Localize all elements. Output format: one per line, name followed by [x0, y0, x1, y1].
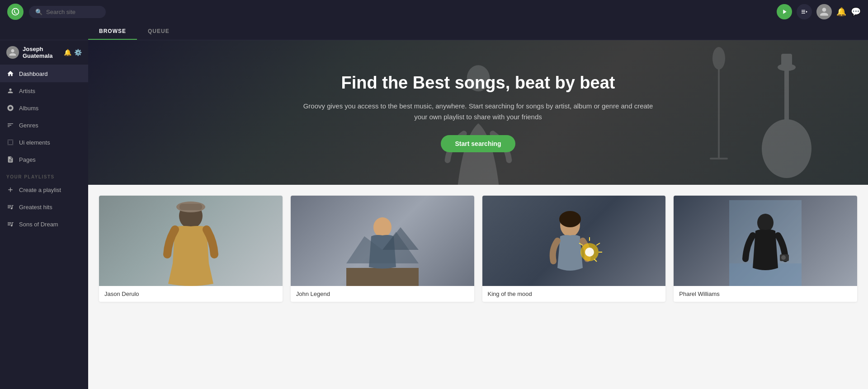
sidebar: Joseph Guatemala 🔔 ⚙️ Dashboard Artists … [0, 40, 88, 389]
sidebar-item-greatest-hits[interactable]: Greatest hits [0, 198, 88, 216]
svg-rect-4 [718, 67, 720, 158]
artist-card-label-4: Pharel Williams [674, 286, 857, 302]
hero-content: Find the Best songs, beat by beat Groovy… [293, 73, 664, 152]
main-layout: Joseph Guatemala 🔔 ⚙️ Dashboard Artists … [0, 40, 868, 389]
playlist-icon-1 [6, 203, 14, 211]
sidebar-item-create-playlist[interactable]: Create a playlist [0, 181, 88, 198]
start-searching-button[interactable]: Start searching [441, 135, 516, 152]
sidebar-label-artists: Artists [19, 88, 35, 94]
sidebar-label-sons-of-dream: Sons of Dream [19, 221, 58, 228]
sidebar-user-icons: 🔔 ⚙️ [64, 49, 82, 56]
sidebar-item-genres[interactable]: Genres [0, 117, 88, 134]
sidebar-label-greatest-hits: Greatest hits [19, 204, 52, 211]
sidebar-label-albums: Albums [19, 105, 38, 112]
app-logo[interactable] [7, 4, 24, 20]
play-button[interactable] [777, 4, 792, 19]
tab-queue[interactable]: QUEUE [137, 23, 180, 40]
artist-card-3[interactable]: King of the mood [482, 196, 666, 302]
sidebar-notif-icon[interactable]: 🔔 [64, 49, 71, 56]
sidebar-label-ui-elements: Ui elements [19, 139, 50, 146]
artist-card-1[interactable]: Jason Derulo [99, 196, 283, 302]
search-icon: 🔍 [35, 9, 42, 15]
artist-card-4[interactable]: Pharel Williams [674, 196, 857, 302]
sidebar-username: Joseph Guatemala [23, 46, 60, 59]
main-content: Find the Best songs, beat by beat Groovy… [88, 40, 868, 389]
sidebar-item-dashboard[interactable]: Dashboard [0, 65, 88, 82]
artist-card-2[interactable]: John Legend [291, 196, 474, 302]
svg-point-26 [757, 214, 774, 232]
sidebar-item-pages[interactable]: Pages [0, 151, 88, 168]
svg-point-18 [585, 248, 594, 257]
artist-grid-section: Jason Derulo John [88, 185, 868, 316]
albums-icon [6, 104, 14, 112]
sidebar-user-avatar [6, 46, 19, 59]
svg-rect-3 [781, 54, 792, 70]
artist-grid: Jason Derulo John [99, 196, 857, 302]
search-input[interactable] [46, 9, 99, 15]
hero-section: Find the Best songs, beat by beat Groovy… [88, 40, 868, 185]
svg-point-5 [712, 47, 725, 70]
sidebar-label-dashboard: Dashboard [19, 70, 48, 77]
artist-card-label-3: King of the mood [482, 286, 666, 302]
genres-icon [6, 121, 14, 129]
sidebar-item-ui-elements[interactable]: Ui elements [0, 134, 88, 151]
svg-rect-6 [710, 158, 728, 159]
nav-icons: 🔔 💬 [777, 4, 861, 19]
artist-card-label-2: John Legend [291, 286, 474, 302]
svg-rect-1 [784, 67, 789, 151]
avatar[interactable] [816, 4, 832, 19]
topnav: 🔍 🔔 💬 [0, 0, 868, 23]
sidebar-item-artists[interactable]: Artists [0, 82, 88, 99]
messages-icon[interactable]: 💬 [851, 7, 861, 17]
svg-point-28 [781, 255, 786, 260]
artist-card-img-1 [99, 196, 283, 286]
search-bar: 🔍 [29, 6, 106, 18]
artist-card-label-1: Jason Derulo [99, 286, 283, 302]
hero-title: Find the Best songs, beat by beat [302, 73, 655, 94]
svg-point-12 [373, 217, 392, 237]
svg-rect-10 [179, 204, 202, 210]
artist-card-img-2 [291, 196, 474, 286]
tab-browse[interactable]: BROWSE [88, 23, 137, 40]
sidebar-item-sons-of-dream[interactable]: Sons of Dream [0, 216, 88, 233]
svg-line-20 [596, 243, 600, 245]
queue-button[interactable] [797, 4, 812, 19]
sidebar-label-pages: Pages [19, 156, 36, 163]
sidebar-label-genres: Genres [19, 122, 38, 129]
tabbar: BROWSE QUEUE [0, 23, 868, 40]
playlists-section-title: YOUR PLAYLISTS [0, 168, 88, 181]
sidebar-user: Joseph Guatemala 🔔 ⚙️ [0, 40, 88, 65]
sidebar-label-create-playlist: Create a playlist [19, 187, 61, 193]
notifications-icon[interactable]: 🔔 [836, 7, 846, 17]
sidebar-settings-icon[interactable]: ⚙️ [74, 49, 82, 56]
svg-rect-11 [346, 268, 419, 286]
pages-icon [6, 155, 14, 164]
playlist-icon-2 [6, 220, 14, 228]
add-icon [6, 186, 14, 194]
artists-icon [6, 87, 14, 95]
ui-icon [6, 138, 14, 146]
hero-subtitle: Groovy gives you access to the best musi… [302, 101, 655, 122]
artist-card-img-4 [674, 196, 857, 286]
dashboard-icon [6, 70, 14, 78]
sidebar-item-albums[interactable]: Albums [0, 99, 88, 117]
svg-line-23 [594, 259, 597, 262]
artist-card-img-3 [482, 196, 666, 286]
svg-point-16 [559, 211, 581, 227]
